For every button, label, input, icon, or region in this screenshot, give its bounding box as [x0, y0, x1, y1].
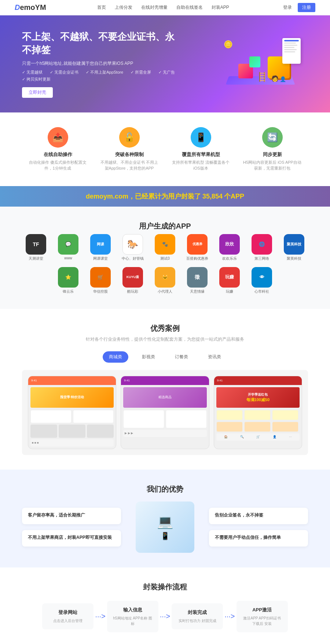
- doc-line-blue: [284, 40, 299, 41]
- feature-desc-1: 不用越狱、不用企业证书 不用上架AppStore，支持您的APP: [100, 159, 159, 171]
- step-desc-0: 点击进入后台管理: [47, 618, 88, 623]
- app-name-9: 锋云乐: [55, 289, 81, 294]
- iso-document: [282, 38, 301, 64]
- step-arrow-1: ···>: [95, 612, 105, 621]
- list-item: 🐎 中心、好管钱: [120, 234, 146, 261]
- cases-subtitle: 针对各个行业业务特性，提供个性化定制配套方案，为您提供一站式的产品和服务: [22, 336, 308, 343]
- adv-list-right: 告别企业签名，永不掉签 不需要用户手动点信任，操作简单: [209, 508, 308, 547]
- step-1: 输入信息 h5网站地址 APP名称 图标: [107, 601, 158, 632]
- app-name-5: 百搭购优惠券: [184, 256, 210, 261]
- step-title-0: 登录网站: [47, 609, 88, 616]
- feature-title-3: 同步更新: [243, 151, 302, 158]
- list-item: 👁 心市科社: [249, 267, 275, 294]
- list-item: ⭐ 锋云乐: [55, 267, 81, 294]
- iso-scene: 🪜 🧑 👤 🪙: [220, 34, 308, 93]
- nav-app[interactable]: 封装APP: [212, 4, 229, 11]
- cases-preview: 9:41 囤货季 特价活动 ■ ■ ■: [22, 370, 308, 455]
- apps-grid: TF 天测讲堂 💬 www 网课 网课课堂 🐎 中心、好管钱 🐾 测试0 优惠券…: [22, 234, 308, 294]
- phone-1-row2: [30, 425, 114, 438]
- tab-3[interactable]: 资讯类: [202, 351, 227, 363]
- list-item: 🐾 测试0: [152, 234, 178, 261]
- feature-3: 不用上架AppStore: [86, 70, 123, 75]
- adv-illustration: 💻 📱: [136, 501, 194, 553]
- app-name-12: 小代理人: [152, 289, 178, 294]
- feature-item-3: 🔄 同步更新 H5网站内容更新后 iOS APP自动获新，无需重新打包: [243, 127, 302, 171]
- phone-3-bottom: 🏠 🔍 🛒 👤 ⋯: [216, 433, 300, 441]
- app-icon-14: 玩赚: [219, 267, 240, 288]
- user-apps-title: 用户生成的APP: [22, 221, 308, 231]
- feature-title-0: 在线自助操作: [29, 151, 87, 158]
- adv-center: 💻 📱: [128, 501, 202, 553]
- list-item: 🌐 第三网络: [249, 234, 275, 261]
- phone-3-banner: 开学季送红包 每满100减50: [216, 387, 300, 408]
- user-apps-section: 用户生成的APP TF 天测讲堂 💬 www 网课 网课课堂 🐎 中心、好管钱 …: [0, 207, 330, 309]
- phone-1-card-4: [59, 425, 85, 438]
- feature-desc-0: 自动化操作 傻瓜式操作秒配置文件，1分钟生成: [29, 159, 87, 171]
- app-icon-10: 🛒: [90, 267, 111, 288]
- app-name-13: 天意情缘: [184, 289, 210, 294]
- doc-line-4: [284, 49, 297, 50]
- list-item: 🛒 华信控股: [87, 267, 114, 294]
- app-icon-12: 🐱: [155, 267, 175, 288]
- adv-laptop-icon: 💻: [157, 514, 173, 529]
- step-arrow-3: ···>: [224, 612, 235, 621]
- iso-person-1: 🧑: [271, 75, 279, 82]
- nav-sign[interactable]: 自助在线签名: [176, 4, 203, 11]
- feature-desc-3: H5网站内容更新后 iOS APP自动获新，无需重新打包: [243, 159, 302, 171]
- nav-upload[interactable]: 上传分发: [115, 4, 132, 11]
- features-section: 📤 在线自助操作 自动化操作 傻瓜式操作秒配置文件，1分钟生成 🔓 突破各种限制…: [0, 112, 330, 186]
- features-grid: 📤 在线自助操作 自动化操作 傻瓜式操作秒配置文件，1分钟生成 🔓 突破各种限制…: [22, 127, 308, 171]
- process-title: 封装操作流程: [22, 582, 308, 592]
- tab-0[interactable]: 商城类: [103, 351, 128, 363]
- app-name-3: 中心、好管钱: [120, 256, 146, 261]
- phone-2-bottom: ▶ ▶ ▶: [123, 430, 206, 437]
- login-button[interactable]: 登录: [280, 3, 295, 12]
- app-icon-0: TF: [26, 234, 46, 255]
- app-icon-9: ⭐: [58, 267, 78, 288]
- phone-1-card-5: [87, 425, 114, 438]
- phone-1-bottom: ■ ■ ■: [30, 439, 114, 447]
- phone-2-row: [123, 410, 206, 428]
- feature-desc-2: 支持所有苹果机型 流畅覆盖各个iOS版本: [172, 159, 230, 171]
- register-button[interactable]: 注册: [298, 3, 315, 12]
- stats-count: 35,854: [202, 193, 223, 200]
- cta-button[interactable]: 立即封壳: [22, 87, 53, 98]
- app-name-2: 网课课堂: [87, 256, 114, 261]
- iso-person-2: 👤: [280, 76, 286, 82]
- feature-6: 拷贝实时更新: [22, 77, 51, 82]
- phone-2-banner: 精选商品: [123, 387, 206, 408]
- phone-2-card-1: [123, 410, 164, 428]
- doc-line-3: [284, 47, 294, 48]
- phone-3-banner-text-2: 每满100减50: [246, 397, 270, 403]
- feature-5: 无广告: [158, 70, 175, 75]
- adv-item-2: 告别企业签名，永不掉签: [209, 508, 308, 524]
- hero-subtitle: 只需一个h5网站地址,就能创建属于您自己的苹果iOS APP: [22, 60, 176, 67]
- list-item: 🐱 小代理人: [152, 267, 178, 294]
- phone-1-header: 9:41: [28, 376, 116, 385]
- app-icon-2: 网课: [90, 234, 111, 255]
- adv-title-3: 不需要用户手动点信任，操作简单: [215, 534, 302, 541]
- app-icon-15: 👁: [252, 267, 272, 288]
- adv-title-2: 告别企业签名，永不掉签: [215, 512, 302, 518]
- feature-1: 无需越狱: [22, 70, 43, 75]
- nav-package[interactable]: 在线封壳增量: [141, 4, 168, 11]
- adv-title-1: 不用上架苹果商店，封装APP即可直接安装: [28, 534, 115, 541]
- stats-suffix: 个APP: [224, 193, 244, 200]
- stats-prefix: demoym.com，已经累计为用户封装了: [86, 193, 201, 200]
- app-name-8: 聚英科技: [281, 256, 307, 261]
- nav-home[interactable]: 首页: [97, 4, 106, 11]
- feature-item-2: 📱 覆盖所有苹果机型 支持所有苹果机型 流畅覆盖各个iOS版本: [172, 127, 230, 171]
- app-name-6: 欢欢乐乐: [216, 256, 243, 261]
- phone-2-card-2: [166, 410, 207, 428]
- app-icon-5: 优惠券: [187, 234, 208, 255]
- list-item: 聚英科技 聚英科技: [281, 234, 307, 261]
- phone-2-body: 精选商品 ▶ ▶ ▶: [121, 385, 209, 439]
- cases-tabs: 商城类 影视类 订餐类 资讯类: [22, 351, 308, 363]
- tab-2[interactable]: 订餐类: [169, 351, 194, 363]
- adv-title-0: 客户留存率高，适合长期推广: [28, 512, 115, 518]
- doc-line-2: [284, 45, 297, 46]
- tab-1[interactable]: 影视类: [136, 351, 161, 363]
- app-icon-11: KUYU盾: [122, 267, 143, 288]
- app-name-10: 华信控股: [87, 289, 114, 294]
- step-title-1: 输入信息: [112, 607, 153, 613]
